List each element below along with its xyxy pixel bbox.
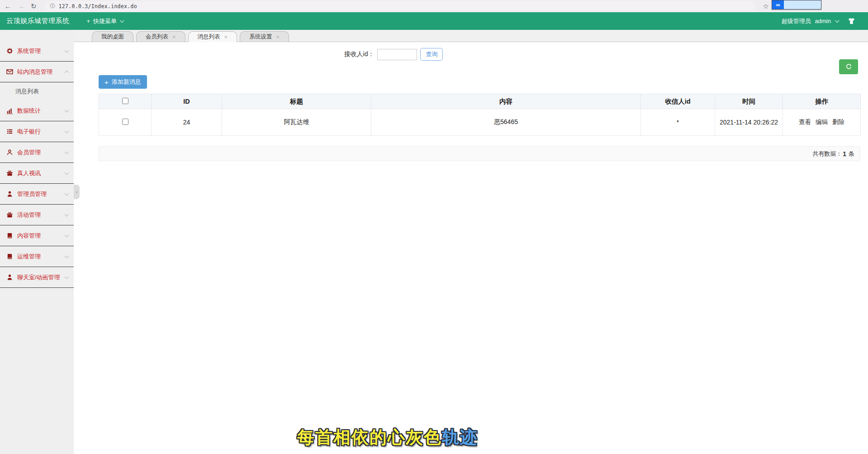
row-select-cell [99, 109, 152, 136]
envelope-icon [6, 68, 13, 75]
extension-infinity-icon: ∞ [772, 0, 784, 9]
sidebar-item-label: 会员管理 [17, 148, 41, 157]
user-menu[interactable]: 超级管理员 admin [782, 17, 855, 25]
tab-system-settings[interactable]: 系统设置 × [240, 31, 289, 42]
chevron-down-icon [65, 129, 69, 133]
sidebar-collapse-handle[interactable]: ‹ [74, 185, 80, 199]
reload-icon[interactable]: ↻ [31, 3, 37, 10]
col-time: 时间 [715, 94, 783, 109]
chevron-up-icon [65, 71, 69, 75]
sidebar-item-operations[interactable]: 运维管理 [0, 246, 74, 267]
sidebar-item-label: 数据统计 [17, 107, 41, 115]
gift-icon [6, 211, 13, 218]
add-message-label: 添加新消息 [112, 78, 141, 86]
extension-popup[interactable]: ∞ [772, 0, 821, 10]
user-icon [6, 149, 13, 156]
message-table: ID 标题 内容 收信人id 时间 操作 24 阿瓦达维 [99, 94, 861, 136]
col-recipient: 收信人id [641, 94, 715, 109]
content-panel: 接收人id： 查询 + 添加新消息 [74, 42, 868, 454]
chevron-down-icon [120, 18, 124, 23]
chevron-down-icon [65, 212, 69, 216]
sidebar-item-contents[interactable]: 内容管理 [0, 225, 74, 246]
tab-member-list[interactable]: 会员列表 × [136, 31, 185, 42]
forward-icon[interactable]: → [18, 3, 24, 10]
person-icon [6, 274, 13, 281]
row-content: 恶56465 [371, 109, 641, 136]
tab-label: 我的桌面 [101, 33, 124, 41]
delete-link[interactable]: 删除 [832, 118, 844, 126]
refresh-button[interactable] [839, 59, 858, 74]
refresh-icon [845, 63, 852, 70]
chevron-down-icon [65, 170, 69, 175]
sidebar: 系统管理 站内消息管理 消息列表 数据统计 电子银行 [0, 30, 74, 454]
tab-label: 会员列表 [146, 33, 168, 41]
sidebar-subitem-message-list[interactable]: 消息列表 [0, 82, 74, 100]
sidebar-item-messages[interactable]: 站内消息管理 [0, 62, 74, 82]
col-id: ID [152, 94, 222, 109]
row-time: 2021-11-14 20:26:22 [715, 109, 783, 136]
quick-menu-button[interactable]: + 快捷菜单 [87, 17, 123, 25]
main-area: 我的桌面 会员列表 × 消息列表 × 系统设置 × 接收人id： 查询 [74, 30, 868, 454]
theme-shirt-icon[interactable] [848, 17, 855, 25]
bookmark-star-icon[interactable]: ☆ [763, 3, 769, 10]
sidebar-item-live-video[interactable]: 真人视讯 [0, 163, 74, 184]
recipient-id-input[interactable] [377, 49, 417, 60]
quick-menu-label: 快捷菜单 [93, 17, 117, 25]
back-icon[interactable]: ← [5, 3, 11, 10]
sidebar-item-activities[interactable]: 活动管理 [0, 205, 74, 225]
plus-icon: + [104, 79, 109, 86]
user-name: admin [815, 18, 831, 24]
chevron-down-icon [65, 253, 69, 258]
sidebar-item-label: 管理员管理 [17, 190, 47, 198]
sidebar-item-members[interactable]: 会员管理 [0, 142, 74, 163]
tab-strip: 我的桌面 会员列表 × 消息列表 × 系统设置 × [74, 30, 868, 42]
sidebar-item-label: 真人视讯 [17, 169, 41, 177]
plus-icon: + [87, 18, 90, 24]
row-id: 24 [152, 109, 222, 136]
chevron-down-icon [65, 274, 69, 279]
sidebar-item-label: 站内消息管理 [17, 68, 52, 76]
chart-icon [6, 107, 13, 114]
sidebar-item-label: 电子银行 [17, 128, 41, 136]
subtitle-sung-text: 每首相依的心灰色 [297, 428, 442, 447]
page-info-icon[interactable]: ⓘ [50, 3, 55, 10]
video-subtitle: 每首相依的心灰色轨迹 [297, 426, 478, 449]
total-count: 1 [843, 150, 846, 158]
sidebar-item-label: 运维管理 [17, 253, 41, 261]
sidebar-item-statistics[interactable]: 数据统计 [0, 100, 74, 121]
select-all-checkbox[interactable] [122, 98, 128, 104]
close-icon[interactable]: × [276, 34, 280, 40]
book-icon [6, 253, 13, 260]
sidebar-item-chatroom[interactable]: 聊天室/动画管理 [0, 267, 74, 288]
row-actions-cell: 查看 编辑 删除 [783, 109, 861, 136]
search-row: 接收人id： 查询 [13, 48, 774, 61]
book-icon [6, 232, 13, 239]
table-header-row: ID 标题 内容 收信人id 时间 操作 [99, 94, 861, 109]
row-checkbox[interactable] [122, 119, 128, 125]
close-icon[interactable]: × [172, 34, 176, 40]
sidebar-item-ebank[interactable]: 电子银行 [0, 121, 74, 142]
tab-label: 消息列表 [198, 33, 220, 41]
tab-message-list[interactable]: 消息列表 × [188, 31, 237, 42]
tab-my-desktop[interactable]: 我的桌面 [92, 31, 133, 42]
chevron-down-icon [65, 108, 69, 112]
sidebar-item-admins[interactable]: 管理员管理 [0, 184, 74, 205]
edit-link[interactable]: 编辑 [816, 118, 828, 126]
view-link[interactable]: 查看 [799, 118, 811, 126]
user-role: 超级管理员 [782, 17, 811, 25]
select-all-header [99, 94, 152, 109]
table-row: 24 阿瓦达维 恶56465 * 2021-11-14 20:26:22 查看 … [99, 109, 861, 136]
table-footer: 共有数据： 1 条 [99, 146, 860, 161]
sidebar-item-label: 聊天室/动画管理 [17, 273, 60, 282]
close-icon[interactable]: × [224, 34, 228, 40]
chevron-down-icon [835, 18, 840, 23]
total-unit: 条 [849, 150, 854, 158]
row-recipient: * [641, 109, 715, 136]
app-header: 云顶娱乐城管理系统 + 快捷菜单 超级管理员 admin [0, 12, 868, 30]
chevron-down-icon [65, 233, 69, 237]
gear-icon [6, 48, 13, 54]
col-actions: 操作 [783, 94, 861, 109]
add-message-button[interactable]: + 添加新消息 [99, 75, 147, 89]
address-bar[interactable]: ⓘ 127.0.0.3/Index.index.do [45, 1, 755, 11]
query-button[interactable]: 查询 [420, 48, 443, 61]
